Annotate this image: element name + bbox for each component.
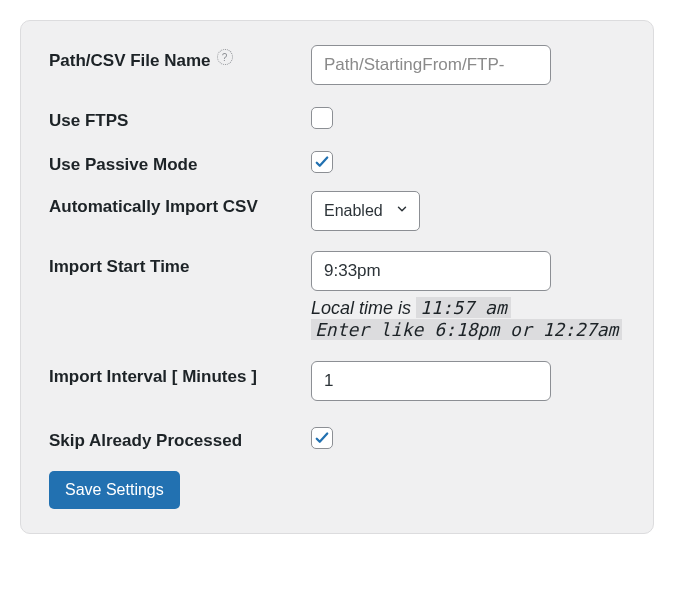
auto-import-selected: Enabled: [324, 202, 383, 220]
start-time-hint-block: Local time is 11:57 am Enter like 6:18pm…: [311, 297, 625, 341]
label-col: Skip Already Processed: [49, 425, 311, 451]
label-col: Import Start Time: [49, 251, 311, 277]
auto-import-select[interactable]: Enabled: [311, 191, 420, 231]
ftps-label: Use FTPS: [49, 111, 128, 131]
interval-input[interactable]: [311, 361, 551, 401]
local-time-hint: Local time is 11:57 am: [311, 297, 625, 319]
ctrl-col: [311, 361, 625, 401]
auto-import-label: Automatically Import CSV: [49, 197, 258, 217]
row-interval: Import Interval [ Minutes ]: [49, 361, 625, 401]
row-skip-processed: Skip Already Processed: [49, 425, 625, 451]
label-col: Automatically Import CSV: [49, 191, 311, 217]
row-path: Path/CSV File Name ?: [49, 45, 625, 85]
start-time-label: Import Start Time: [49, 257, 189, 277]
row-auto-import: Automatically Import CSV Enabled: [49, 191, 625, 231]
local-time-value: 11:57 am: [416, 297, 511, 318]
settings-panel: Path/CSV File Name ? Use FTPS Use Passiv…: [20, 20, 654, 534]
label-col: Use FTPS: [49, 105, 311, 131]
ctrl-col: [311, 425, 625, 451]
ctrl-col: [311, 149, 625, 175]
ftps-checkbox[interactable]: [311, 107, 333, 129]
row-start-time: Import Start Time Local time is 11:57 am…: [49, 251, 625, 341]
path-label: Path/CSV File Name: [49, 51, 211, 71]
ctrl-col: Enabled: [311, 191, 625, 231]
format-hint: Enter like 6:18pm or 12:27am: [311, 319, 625, 341]
row-passive: Use Passive Mode: [49, 149, 625, 175]
passive-label: Use Passive Mode: [49, 155, 197, 175]
check-icon: [313, 153, 331, 171]
start-time-input[interactable]: [311, 251, 551, 291]
label-col: Path/CSV File Name ?: [49, 45, 311, 71]
interval-label: Import Interval [ Minutes ]: [49, 367, 257, 387]
label-col: Use Passive Mode: [49, 149, 311, 175]
ctrl-col: Local time is 11:57 am Enter like 6:18pm…: [311, 251, 625, 341]
chevron-down-icon: [395, 202, 409, 220]
check-icon: [313, 429, 331, 447]
help-icon[interactable]: ?: [217, 49, 233, 65]
save-button[interactable]: Save Settings: [49, 471, 180, 509]
ctrl-col: [311, 105, 625, 133]
row-ftps: Use FTPS: [49, 105, 625, 133]
format-hint-text: Enter like 6:18pm or 12:27am: [311, 319, 622, 340]
hint-prefix: Local time is: [311, 298, 416, 318]
passive-checkbox[interactable]: [311, 151, 333, 173]
path-input[interactable]: [311, 45, 551, 85]
actions-row: Save Settings: [49, 471, 625, 509]
skip-processed-checkbox[interactable]: [311, 427, 333, 449]
ctrl-col: [311, 45, 625, 85]
label-col: Import Interval [ Minutes ]: [49, 361, 311, 387]
skip-processed-label: Skip Already Processed: [49, 431, 242, 451]
